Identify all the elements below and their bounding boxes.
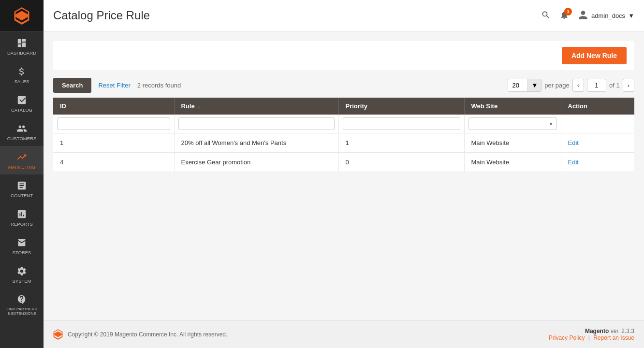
footer-left: Copyright © 2019 Magento Commerce Inc. A…	[53, 329, 227, 340]
find-partners-icon	[16, 294, 27, 305]
main-content: Catalog Price Rule 1 admin_docs ▼	[44, 0, 644, 348]
total-pages: of 1	[609, 82, 620, 89]
per-page-select[interactable]: 20 ▼	[508, 79, 542, 92]
page-title: Catalog Price Rule	[53, 9, 150, 22]
row-2-rule: Exercise Gear promotion	[174, 153, 338, 172]
footer-separator: |	[588, 334, 590, 341]
sidebar-item-system-label: SYSTEM	[12, 278, 31, 284]
row-2-priority: 0	[338, 153, 464, 172]
filter-website-select[interactable]: Main Website	[469, 118, 556, 130]
privacy-policy-link[interactable]: Privacy Policy	[549, 334, 585, 341]
row-2-id: 4	[53, 153, 174, 172]
row-2-edit-button[interactable]: Edit	[568, 159, 579, 166]
marketing-icon	[16, 152, 27, 162]
search-icon	[541, 10, 551, 20]
add-new-rule-button[interactable]: Add New Rule	[562, 47, 627, 64]
user-name: admin_docs	[591, 12, 625, 19]
header-search-button[interactable]	[541, 10, 551, 21]
content-icon	[16, 180, 27, 191]
sidebar-item-system[interactable]: SYSTEM	[0, 260, 44, 289]
footer-magento-logo	[53, 329, 63, 340]
footer-version: ver. 2.3.3	[611, 328, 634, 334]
sidebar-item-find-partners-label: FIND PARTNERS& EXTENSIONS	[6, 307, 37, 316]
sidebar-item-catalog-label: CATALOG	[11, 107, 32, 113]
dashboard-icon	[16, 38, 27, 48]
sales-icon	[16, 66, 27, 77]
sidebar-item-find-partners[interactable]: FIND PARTNERS& EXTENSIONS	[0, 289, 44, 320]
stores-icon	[16, 237, 27, 248]
sidebar-logo	[0, 0, 44, 31]
row-1-edit-button[interactable]: Edit	[568, 139, 579, 146]
catalog-icon	[16, 95, 27, 105]
pagination: 20 ▼ per page ‹ 1 of 1 ›	[508, 79, 634, 92]
prev-page-button[interactable]: ‹	[572, 79, 584, 92]
per-page-dropdown-arrow[interactable]: ▼	[527, 79, 541, 91]
sidebar-item-sales[interactable]: SALES	[0, 60, 44, 89]
sidebar-item-marketing-label: MARKETING	[8, 164, 35, 170]
filter-row: Main Website ▼	[53, 115, 634, 133]
sidebar-item-stores[interactable]: STORES	[0, 232, 44, 260]
row-1-id: 1	[53, 133, 174, 153]
col-header-action[interactable]: Action	[561, 98, 634, 115]
per-page-input[interactable]: 20	[508, 79, 527, 91]
next-page-button[interactable]: ›	[623, 79, 634, 92]
table-row: 4 Exercise Gear promotion 0 Main Website…	[53, 153, 634, 172]
page-footer: Copyright © 2019 Magento Commerce Inc. A…	[44, 320, 644, 348]
row-2-website: Main Website	[464, 153, 561, 172]
footer-version-label: Magento	[585, 328, 609, 334]
sidebar-item-stores-label: STORES	[13, 250, 31, 255]
sidebar-item-content-label: CONTENT	[11, 193, 33, 198]
header-actions: 1 admin_docs ▼	[541, 10, 634, 22]
sidebar-item-reports-label: REPORTS	[11, 221, 33, 227]
magento-logo-icon	[13, 7, 30, 25]
customers-icon	[16, 123, 27, 134]
filter-website-select-wrap[interactable]: Main Website ▼	[468, 117, 557, 130]
per-page-label: per page	[544, 82, 569, 89]
reports-icon	[16, 209, 27, 219]
notification-badge: 1	[564, 8, 572, 15]
footer-right: Magento ver. 2.3.3 Privacy Policy | Repo…	[549, 328, 634, 341]
sidebar-item-catalog[interactable]: CATALOG	[0, 89, 44, 117]
content-area: Add New Rule Search Reset Filter 2 recor…	[44, 31, 644, 320]
toolbar-top: Add New Rule	[53, 41, 634, 70]
sidebar-item-customers-label: CUSTOMERS	[7, 136, 37, 141]
user-menu[interactable]: admin_docs ▼	[578, 10, 634, 22]
page-header: Catalog Price Rule 1 admin_docs ▼	[44, 0, 644, 31]
row-1-priority: 1	[338, 133, 464, 153]
filter-priority-input[interactable]	[343, 117, 460, 130]
row-1-website: Main Website	[464, 133, 561, 153]
report-issue-link[interactable]: Report an Issue	[593, 334, 634, 341]
sidebar-item-customers[interactable]: CUSTOMERS	[0, 117, 44, 146]
col-header-website[interactable]: Web Site	[464, 98, 561, 115]
notification-button[interactable]: 1	[559, 10, 569, 21]
col-header-id[interactable]: ID	[53, 98, 174, 115]
chevron-down-icon: ▼	[531, 82, 538, 89]
search-button[interactable]: Search	[53, 78, 91, 93]
user-avatar-icon	[578, 10, 588, 22]
footer-links: Privacy Policy | Report an Issue	[549, 334, 634, 341]
reset-filter-button[interactable]: Reset Filter	[96, 78, 132, 93]
filter-rule-input[interactable]	[178, 117, 335, 130]
col-header-rule[interactable]: Rule ↓	[174, 98, 338, 115]
sidebar-item-dashboard[interactable]: DASHBOARD	[0, 32, 44, 60]
table-row: 1 20% off all Women's and Men's Pants 1 …	[53, 133, 634, 153]
footer-copyright: Copyright © 2019 Magento Commerce Inc. A…	[68, 331, 227, 338]
user-dropdown-icon: ▼	[628, 12, 634, 19]
records-found: 2 records found	[137, 82, 181, 89]
col-header-priority[interactable]: Priority	[338, 98, 464, 115]
current-page-input[interactable]: 1	[587, 79, 606, 92]
table-header-row: ID Rule ↓ Priority Web Site	[53, 98, 634, 115]
data-table: ID Rule ↓ Priority Web Site	[53, 98, 634, 172]
filter-id-input[interactable]	[57, 117, 170, 130]
sidebar-item-content[interactable]: CONTENT	[0, 174, 44, 203]
sidebar: DASHBOARD SALES CATALOG CUSTOMERS MARKET…	[0, 0, 44, 348]
search-bar: Search Reset Filter 2 records found 20 ▼…	[53, 78, 634, 93]
sidebar-item-reports[interactable]: REPORTS	[0, 203, 44, 232]
row-1-rule: 20% off all Women's and Men's Pants	[174, 133, 338, 153]
sidebar-item-sales-label: SALES	[15, 79, 29, 84]
system-icon	[16, 266, 27, 276]
sidebar-item-marketing[interactable]: MARKETING	[0, 146, 44, 174]
sort-arrow-icon: ↓	[198, 103, 201, 109]
sidebar-item-dashboard-label: DASHBOARD	[7, 50, 36, 56]
